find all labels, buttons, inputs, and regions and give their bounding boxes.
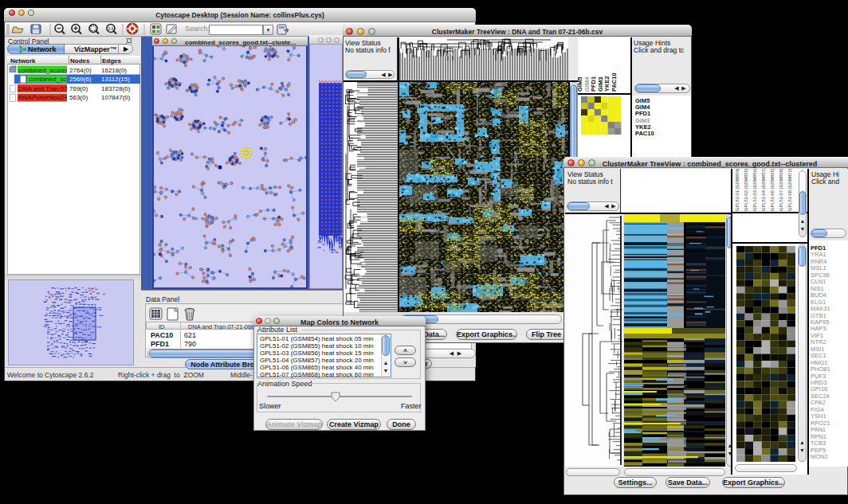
svg-text:GPL51-03 (GSM856): GPL51-03 (GSM856) (752, 169, 757, 211)
svg-text:GPL51-08 (GSM872): GPL51-08 (GSM872) (787, 169, 792, 211)
svg-text:GPL51-07 (GSM868): GPL51-07 (GSM868) (779, 169, 783, 211)
svg-text:1:1: 1:1 (108, 26, 113, 31)
svg-text:Search:: Search: (185, 25, 210, 33)
svg-text:MON2: MON2 (811, 453, 828, 460)
svg-text:PAC10: PAC10 (610, 72, 618, 92)
svg-text:GPL51-02 (GSM855): GPL51-02 (GSM855) (744, 169, 748, 211)
svg-text:GPL51-06 (GSM865): GPL51-06 (GSM865) (770, 169, 775, 211)
svg-text:GPL51-04 (GSM857): GPL51-04 (GSM857) (761, 169, 766, 211)
svg-text:GPL51-01 (GSM854): GPL51-01 (GSM854) (735, 169, 740, 211)
